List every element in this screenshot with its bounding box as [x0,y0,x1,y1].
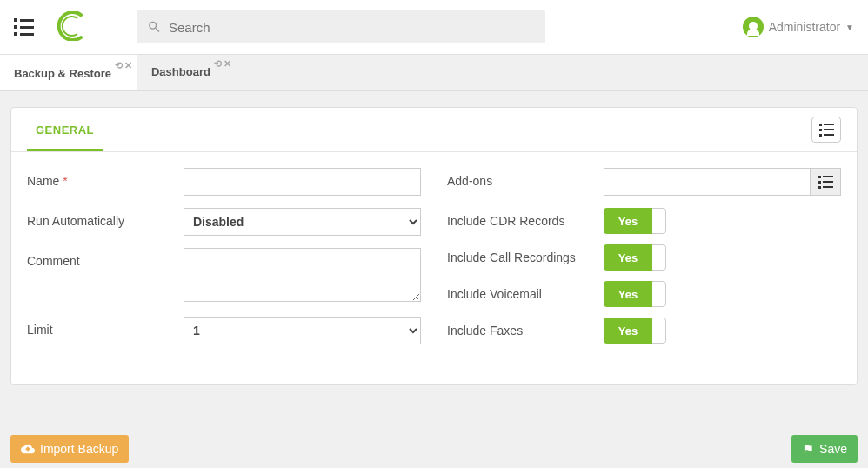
comment-textarea[interactable] [184,248,421,302]
search-box[interactable] [137,10,545,43]
tab-label: Backup & Restore [14,67,111,80]
addons-input[interactable] [604,168,810,196]
name-input[interactable] [184,168,421,196]
toggle-handle [652,281,666,307]
run-automatically-label: Run Automatically [27,208,184,228]
addons-label: Add-ons [447,168,604,188]
search-icon [147,19,162,35]
comment-label: Comment [27,248,184,268]
toggle-handle [652,208,666,234]
content-area: GENERAL Name * Run Automatically [0,91,868,401]
toggle-yes-label: Yes [604,208,652,234]
list-icon [818,176,833,189]
tab-bar: Backup & Restore ⟲ ✕ Dashboard ⟲ ✕ [0,55,868,91]
name-label: Name * [27,168,184,188]
save-button[interactable]: Save [791,435,858,463]
run-automatically-select[interactable]: Disabled [184,208,421,236]
import-backup-button[interactable]: Import Backup [10,435,129,463]
limit-label: Limit [27,317,184,337]
include-cdr-label: Include CDR Records [447,214,604,228]
close-icon[interactable]: ✕ [224,58,231,70]
tab-dashboard[interactable]: Dashboard ⟲ ✕ [137,55,237,90]
settings-card: GENERAL Name * Run Automatically [10,107,858,385]
close-icon[interactable]: ✕ [124,60,132,71]
form-right-column: Add-ons [447,168,841,357]
list-view-button[interactable] [811,117,841,143]
addons-picker-button[interactable] [810,168,841,196]
cloud-upload-icon [21,442,35,456]
toggle-yes-label: Yes [604,281,652,307]
include-faxes-label: Include Faxes [447,324,604,338]
user-menu[interactable]: Administrator ▼ [743,17,854,37]
toggle-handle [652,318,666,344]
card-tab-general[interactable]: GENERAL [27,108,103,151]
save-label: Save [819,442,847,456]
user-name-label: Administrator [769,20,840,34]
include-faxes-toggle[interactable]: Yes [604,318,666,344]
menu-button[interactable] [14,18,34,36]
footer: Import Backup Save [0,430,868,468]
search-input[interactable] [169,20,535,35]
avatar-icon [743,17,764,37]
tab-label: Dashboard [151,65,210,78]
toggle-yes-label: Yes [604,244,652,271]
logo-icon [55,11,84,43]
header: Administrator ▼ [0,0,868,55]
list-icon [819,124,834,137]
form-left-column: Name * Run Automatically Disabled Commen… [27,168,421,357]
include-callrec-toggle[interactable]: Yes [604,244,666,271]
refresh-icon[interactable]: ⟲ [115,60,123,71]
limit-select[interactable]: 1 [184,317,421,344]
refresh-icon[interactable]: ⟲ [214,58,222,70]
flag-icon [802,443,814,455]
chevron-down-icon: ▼ [845,23,854,32]
hamburger-icon [14,18,34,36]
import-backup-label: Import Backup [40,442,118,456]
tab-backup-restore[interactable]: Backup & Restore ⟲ ✕ [0,55,137,90]
toggle-yes-label: Yes [604,318,652,344]
include-voicemail-label: Include Voicemail [447,287,604,301]
toggle-handle [652,244,666,271]
include-callrec-label: Include Call Recordings [447,251,604,264]
include-voicemail-toggle[interactable]: Yes [604,281,666,307]
include-cdr-toggle[interactable]: Yes [604,208,666,234]
